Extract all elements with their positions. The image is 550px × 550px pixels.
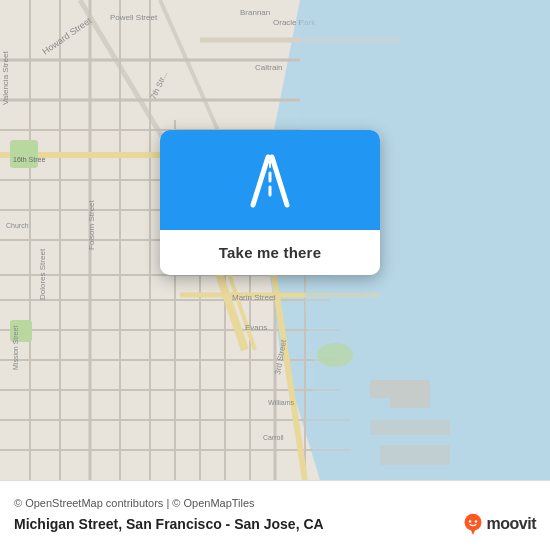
svg-point-67 [474,520,477,523]
svg-text:Caltrain: Caltrain [255,63,283,72]
svg-text:Carroll: Carroll [263,434,284,441]
svg-point-65 [464,513,481,530]
svg-text:Dolores Street: Dolores Street [38,248,47,300]
svg-text:Mission Street: Mission Street [12,326,19,370]
svg-line-60 [253,157,268,205]
svg-text:Folsom Street: Folsom Street [87,199,96,250]
map-attribution: © OpenStreetMap contributors | © OpenMap… [14,497,536,509]
svg-point-66 [468,520,471,523]
svg-text:Marin Street: Marin Street [232,293,276,302]
svg-rect-35 [10,140,38,168]
svg-text:Evans: Evans [245,323,267,332]
svg-text:Church: Church [6,222,29,229]
svg-rect-57 [370,420,450,435]
svg-rect-55 [370,380,430,398]
road-directions-icon [235,145,305,215]
take-me-there-button[interactable]: Take me there [160,230,380,275]
svg-text:Williams: Williams [268,399,295,406]
bottom-bar: © OpenStreetMap contributors | © OpenMap… [0,480,550,550]
svg-marker-68 [470,529,475,535]
moovit-logo: moovit [462,513,536,535]
popup-icon-area [160,130,380,230]
moovit-pin-icon [462,513,484,535]
map-container: Howard Street Powell Street Brannan 16th… [0,0,550,480]
svg-text:Valencia Street: Valencia Street [1,51,10,105]
svg-rect-58 [380,445,450,465]
svg-line-61 [272,157,287,205]
location-row: Michigan Street, San Francisco - San Jos… [14,513,536,535]
svg-text:Brannan: Brannan [240,8,270,17]
svg-point-59 [317,343,353,367]
svg-text:Powell Street: Powell Street [110,13,158,22]
popup-card: Take me there [160,130,380,275]
svg-rect-56 [390,398,430,408]
location-name: Michigan Street, San Francisco - San Jos… [14,516,324,532]
moovit-brand-text: moovit [487,515,536,533]
svg-text:16th Stree: 16th Stree [13,156,45,163]
